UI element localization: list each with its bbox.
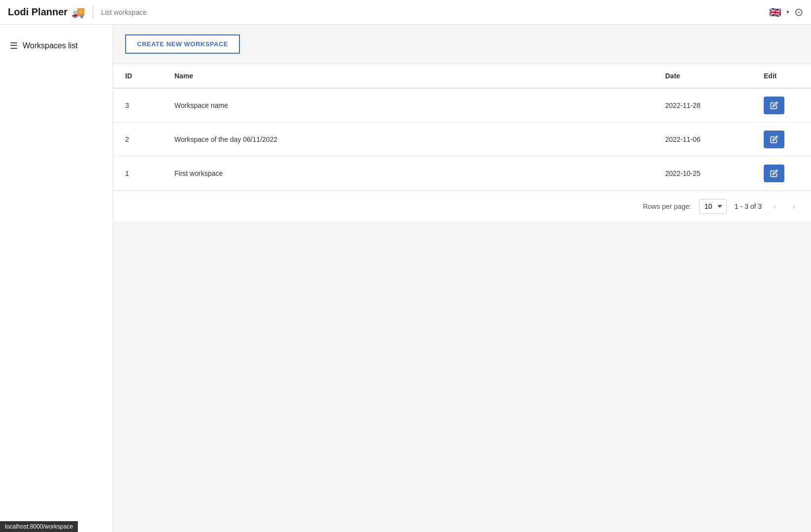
table-row: 3Workspace name2022-11-28 (113, 88, 811, 123)
user-account-icon[interactable]: ⊙ (794, 6, 803, 19)
sidebar-item-workspaces[interactable]: ☰ Workspaces list (0, 34, 113, 57)
rows-per-page-label: Rows per page: (643, 202, 691, 210)
cell-edit (752, 123, 811, 157)
col-header-id: ID (113, 64, 163, 88)
col-header-edit: Edit (752, 64, 811, 88)
cell-id: 3 (113, 88, 163, 123)
cell-date: 2022-11-06 (653, 123, 752, 157)
table-row: 1First workspace2022-10-25 (113, 157, 811, 191)
cell-name: Workspace of the day 06/11/2022 (163, 123, 653, 157)
statusbar-url: localhost:8000/workspace (5, 523, 73, 530)
edit-workspace-button[interactable] (764, 97, 784, 114)
workspaces-table-container: ID Name Date Edit 3Workspace name2022-11… (113, 64, 811, 222)
statusbar: localhost:8000/workspace (0, 521, 78, 532)
table-header: ID Name Date Edit (113, 64, 811, 88)
sidebar-item-label: Workspaces list (23, 41, 78, 50)
truck-emoji: 🚚 (71, 6, 85, 19)
page-info: 1 - 3 of 3 (735, 202, 762, 210)
cell-id: 2 (113, 123, 163, 157)
sidebar: ☰ Workspaces list (0, 25, 113, 532)
topbar-subtitle: List workspace (101, 8, 147, 16)
main-layout: ☰ Workspaces list CREATE NEW WORKSPACE I… (0, 25, 811, 532)
prev-page-button[interactable]: ‹ (770, 200, 780, 214)
pagination-bar: Rows per page: 5102550 1 - 3 of 3 ‹ › (113, 191, 811, 222)
cell-name: Workspace name (163, 88, 653, 123)
workspaces-table: ID Name Date Edit 3Workspace name2022-11… (113, 64, 811, 191)
col-header-date: Date (653, 64, 752, 88)
cell-edit (752, 157, 811, 191)
language-dropdown-arrow-icon[interactable]: ▼ (785, 9, 790, 15)
cell-date: 2022-10-25 (653, 157, 752, 191)
cell-date: 2022-11-28 (653, 88, 752, 123)
create-workspace-button[interactable]: CREATE NEW WORKSPACE (125, 34, 240, 54)
topbar: Lodi Planner 🚚 List workspace 🇬🇧 ▼ ⊙ (0, 0, 811, 25)
app-brand: Lodi Planner 🚚 (8, 6, 85, 19)
language-flag-icon[interactable]: 🇬🇧 (769, 6, 781, 18)
edit-workspace-button[interactable] (764, 165, 784, 182)
main-content: CREATE NEW WORKSPACE ID Name Date Edit 3… (113, 25, 811, 532)
app-title: Lodi Planner (8, 6, 68, 18)
list-icon: ☰ (10, 40, 18, 51)
topbar-right: 🇬🇧 ▼ ⊙ (769, 6, 803, 19)
rows-per-page-select[interactable]: 5102550 (699, 199, 727, 214)
table-row: 2Workspace of the day 06/11/20222022-11-… (113, 123, 811, 157)
next-page-button[interactable]: › (788, 200, 799, 214)
cell-id: 1 (113, 157, 163, 191)
cell-name: First workspace (163, 157, 653, 191)
topbar-separator (93, 6, 93, 18)
table-body: 3Workspace name2022-11-282Workspace of t… (113, 88, 811, 191)
toolbar: CREATE NEW WORKSPACE (113, 25, 811, 64)
cell-edit (752, 88, 811, 123)
edit-workspace-button[interactable] (764, 131, 784, 148)
table-header-row: ID Name Date Edit (113, 64, 811, 88)
col-header-name: Name (163, 64, 653, 88)
